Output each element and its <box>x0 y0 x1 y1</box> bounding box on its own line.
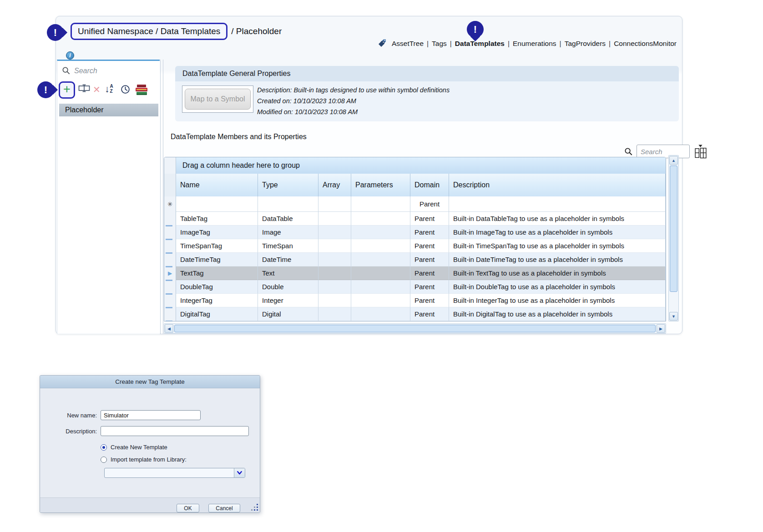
cell-name[interactable]: TimeSpanTag <box>176 239 258 253</box>
tree-item-placeholder[interactable]: Placeholder <box>59 104 158 116</box>
cell-name[interactable]: ImageTag <box>176 226 258 239</box>
cell-array[interactable] <box>318 294 351 307</box>
cell-domain[interactable]: Parent <box>410 294 449 307</box>
archive-button[interactable] <box>136 85 148 95</box>
table-row-doubletag[interactable]: DoubleTag Double Parent Built-in DoubleT… <box>164 280 666 294</box>
cell-type[interactable]: TimeSpan <box>258 239 318 253</box>
cell-description[interactable]: Built-in TimeSpanTag to use as a placeho… <box>449 239 666 253</box>
col-header-array[interactable]: Array <box>318 174 351 196</box>
cell-type[interactable]: Image <box>258 226 318 239</box>
cell-domain[interactable]: Parent <box>410 239 449 253</box>
scroll-right-button[interactable]: ▶ <box>657 324 665 333</box>
cell-domain[interactable]: Parent <box>410 226 449 239</box>
cell-array[interactable] <box>318 307 351 321</box>
sidebar-search-input[interactable] <box>74 67 152 75</box>
cell-description[interactable]: Built-in DoubleTag to use as a placehold… <box>449 280 666 294</box>
nav-tags[interactable]: Tags <box>432 40 447 48</box>
cell-domain[interactable]: Parent <box>410 253 449 266</box>
cell-parameters[interactable] <box>351 307 410 321</box>
sort-button[interactable]: ↓ A Z <box>105 84 113 94</box>
scroll-down-button[interactable]: ▼ <box>669 312 678 321</box>
cell-type[interactable]: Integer <box>258 294 318 307</box>
col-header-parameters[interactable]: Parameters <box>351 174 410 196</box>
cell-name[interactable]: TableTag <box>176 212 258 226</box>
cell-parameters[interactable] <box>351 266 410 280</box>
radio-create-new-template[interactable]: Create New Template <box>101 444 167 451</box>
cell-description[interactable]: Built-in DateTimeTag to use as a placeho… <box>449 253 666 266</box>
radio-import-from-library[interactable]: Import template from Library: <box>101 456 187 463</box>
cell-name[interactable]: IntegerTag <box>176 294 258 307</box>
nav-datatemplates[interactable]: DataTemplates <box>455 40 505 48</box>
cell-type[interactable]: Text <box>258 266 318 280</box>
dropdown-button[interactable] <box>234 468 245 477</box>
cell-type[interactable]: DateTime <box>258 253 318 266</box>
radio-selected-icon[interactable] <box>101 444 107 451</box>
cell-array[interactable] <box>318 226 351 239</box>
cell-name[interactable]: DigitalTag <box>176 307 258 321</box>
group-by-hint[interactable]: Drag a column header here to group <box>176 157 666 174</box>
cell-description[interactable]: Built-in IntegerTag to use as a placehol… <box>449 294 666 307</box>
cell-array[interactable] <box>318 253 351 266</box>
members-search-input[interactable] <box>637 145 690 158</box>
cell-name[interactable]: DoubleTag <box>176 280 258 294</box>
delete-button[interactable]: ✕ <box>93 84 101 95</box>
cell-array[interactable] <box>318 280 351 294</box>
rename-button[interactable] <box>78 84 90 92</box>
cell-name[interactable]: TextTag <box>176 266 258 280</box>
cell-domain[interactable]: Parent <box>410 212 449 226</box>
nav-enumerations[interactable]: Enumerations <box>513 40 556 48</box>
table-row-texttag-selected[interactable]: ▶ TextTag Text Parent Built-in TextTag t… <box>164 266 666 280</box>
cell-name[interactable]: DateTimeTag <box>176 253 258 266</box>
cell-array[interactable] <box>318 266 351 280</box>
table-row-imagetag[interactable]: ImageTag Image Parent Built-in ImageTag … <box>164 226 666 239</box>
add-template-button[interactable]: + <box>59 81 75 99</box>
dialog-description-input[interactable] <box>101 426 249 436</box>
col-header-type[interactable]: Type <box>258 174 318 196</box>
cell-type[interactable] <box>258 196 318 212</box>
table-row-digitaltag[interactable]: DigitalTag Digital Parent Built-in Digit… <box>164 307 666 321</box>
column-chooser-icon[interactable] <box>693 143 707 160</box>
horizontal-scrollbar[interactable]: ◀ ▶ <box>164 323 666 334</box>
sidebar-splitter[interactable] <box>160 60 163 334</box>
cell-type[interactable]: Digital <box>258 307 318 321</box>
horizontal-scroll-thumb[interactable] <box>174 325 656 332</box>
map-to-symbol-button[interactable]: Map to a Symbol <box>185 89 251 110</box>
cell-domain[interactable]: Parent <box>410 307 449 321</box>
cell-array[interactable] <box>318 212 351 226</box>
new-name-input[interactable] <box>101 410 201 420</box>
scroll-left-button[interactable]: ◀ <box>165 324 173 333</box>
ok-button[interactable]: OK <box>177 504 199 512</box>
cell-description[interactable] <box>449 196 666 212</box>
cell-array[interactable] <box>318 196 351 212</box>
radio-unselected-icon[interactable] <box>101 457 107 463</box>
breadcrumb-highlight-box[interactable]: Unified Namespace / Data Templates <box>71 23 227 40</box>
cell-description[interactable]: Built-in DataTableTag to use as a placeh… <box>449 212 666 226</box>
cell-parameters[interactable] <box>351 294 410 307</box>
cell-description[interactable]: Built-in TextTag to use as a placeholder… <box>449 266 666 280</box>
cell-domain[interactable]: Parent <box>410 280 449 294</box>
nav-assettree[interactable]: AssetTree <box>392 40 424 48</box>
library-template-dropdown[interactable] <box>104 468 245 478</box>
nav-connectionsmonitor[interactable]: ConnectionsMonitor <box>614 40 677 48</box>
cancel-button[interactable]: Cancel <box>208 504 240 512</box>
cell-array[interactable] <box>318 239 351 253</box>
cell-parameters[interactable] <box>351 226 410 239</box>
cell-type[interactable]: DataTable <box>258 212 318 226</box>
vertical-scroll-thumb[interactable] <box>670 166 677 292</box>
table-row-timespantag[interactable]: TimeSpanTag TimeSpan Parent Built-in Tim… <box>164 239 666 253</box>
col-header-domain[interactable]: Domain <box>410 174 449 196</box>
scroll-up-button[interactable]: ▲ <box>669 156 678 165</box>
vertical-scrollbar[interactable]: ▲ ▼ <box>668 155 679 321</box>
nav-tagproviders[interactable]: TagProviders <box>565 40 606 48</box>
cell-domain[interactable]: Parent <box>410 196 449 212</box>
cell-parameters[interactable] <box>351 253 410 266</box>
history-button[interactable] <box>120 84 131 95</box>
cell-parameters[interactable] <box>351 280 410 294</box>
table-row-integertag[interactable]: IntegerTag Integer Parent Built-in Integ… <box>164 294 666 307</box>
resize-grip[interactable] <box>251 503 259 512</box>
cell-type[interactable]: Double <box>258 280 318 294</box>
col-header-description[interactable]: Description <box>449 174 666 196</box>
cell-description[interactable]: Built-in ImageTag to use as a placeholde… <box>449 226 666 239</box>
cell-domain[interactable]: Parent <box>410 266 449 280</box>
cell-parameters[interactable] <box>351 212 410 226</box>
